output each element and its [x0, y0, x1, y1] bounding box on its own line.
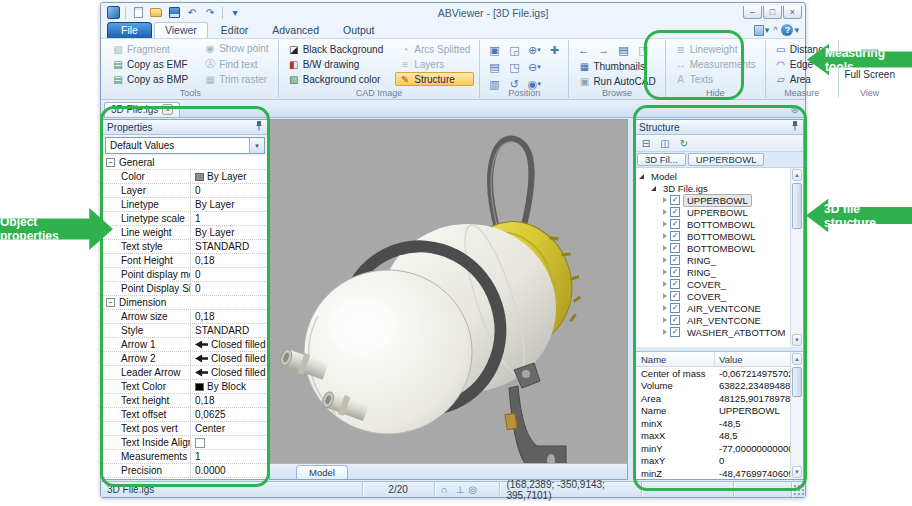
table-row[interactable]: Name UPPERBOWL: [635, 405, 790, 418]
table-row[interactable]: Center of mass -0,067214975702...: [635, 367, 790, 380]
back-icon[interactable]: ←: [574, 42, 592, 58]
scrollbar-thumb[interactable]: [792, 183, 802, 229]
expander-closed-icon[interactable]: [663, 281, 667, 287]
properties-preset-dropdown[interactable]: Default Values ▾: [105, 137, 265, 154]
value-column-header[interactable]: Value: [715, 354, 790, 365]
visibility-checkbox[interactable]: ✓: [670, 219, 680, 229]
expander-open-icon[interactable]: [639, 174, 644, 179]
property-row[interactable]: Text style STANDARD: [103, 240, 267, 254]
property-row[interactable]: Style STANDARD: [103, 324, 267, 338]
tree-item[interactable]: ✓ UPPERBOWL: [635, 206, 790, 218]
visibility-checkbox[interactable]: ✓: [670, 303, 680, 313]
property-row[interactable]: Leader Arrow Closed filled: [103, 366, 267, 380]
expander-closed-icon[interactable]: [663, 233, 667, 239]
copy-view-icon[interactable]: ▤: [485, 59, 503, 75]
tree-scrollbar[interactable]: ▲ ▼: [790, 168, 803, 347]
property-row[interactable]: Point Display Size 0: [103, 282, 267, 296]
zoom-out-icon[interactable]: ⊖▾: [525, 59, 543, 75]
save-button[interactable]: [166, 6, 182, 20]
expander-closed-icon[interactable]: [663, 197, 667, 203]
property-row[interactable]: Text pos vert Center: [103, 422, 267, 436]
ribbon-button[interactable]: ▣ Run AutoCAD: [574, 74, 659, 89]
model-layout-tab[interactable]: Model: [296, 465, 348, 479]
table-row[interactable]: Area 48125,9017897868: [635, 392, 790, 405]
tree-root-node[interactable]: Model: [635, 170, 790, 182]
pin-icon[interactable]: [255, 121, 263, 133]
property-row[interactable]: Linetype scale 1: [103, 212, 267, 226]
ribbon-button[interactable]: A Texts: [671, 72, 760, 86]
minimize-button[interactable]: –: [743, 6, 762, 19]
osnap-icon[interactable]: ∩: [441, 484, 448, 495]
resize-grip[interactable]: [792, 483, 805, 496]
scroll-down-icon[interactable]: ▼: [792, 334, 802, 346]
visibility-checkbox[interactable]: ✓: [670, 195, 680, 205]
property-row[interactable]: Linetype By Layer: [103, 198, 267, 212]
property-row[interactable]: Point display mode 0: [103, 268, 267, 282]
document-tab[interactable]: 3D File.igs ×: [104, 102, 180, 117]
split-horizontal-icon[interactable]: ⊟: [638, 136, 654, 150]
pan-icon[interactable]: ✚: [545, 42, 563, 58]
collapse-ribbon-button[interactable]: ^: [773, 25, 777, 35]
collapse-icon[interactable]: −: [106, 158, 115, 167]
ribbon-button[interactable]: ◉ Show point: [200, 42, 272, 56]
scroll-up-icon[interactable]: ▲: [792, 169, 802, 181]
tab-close-icon[interactable]: ×: [162, 104, 173, 115]
expander-open-icon[interactable]: [651, 186, 656, 191]
pin-icon[interactable]: [791, 121, 799, 133]
refresh-icon[interactable]: ↻: [676, 136, 692, 150]
visibility-checkbox[interactable]: ✓: [670, 327, 680, 337]
property-row[interactable]: Font Height 0,18: [103, 254, 267, 268]
table-row[interactable]: minX -48,5: [635, 417, 790, 430]
split-vertical-icon[interactable]: ◫: [657, 136, 673, 150]
structure-tab[interactable]: UPPERBOWL: [688, 153, 765, 166]
expander-closed-icon[interactable]: [663, 305, 667, 311]
visibility-checkbox[interactable]: ✓: [670, 243, 680, 253]
maximize-button[interactable]: □: [763, 6, 782, 19]
ribbon-button[interactable]: ◪ Black Background: [284, 42, 388, 56]
scroll-up-icon[interactable]: ▲: [792, 353, 802, 365]
tree-file-node[interactable]: 3D File.igs: [635, 182, 790, 194]
visibility-checkbox[interactable]: ✓: [670, 315, 680, 325]
visibility-checkbox[interactable]: ✓: [670, 267, 680, 277]
new-file-button[interactable]: [130, 6, 146, 20]
ribbon-button[interactable]: ▦ Thumbnails: [574, 59, 659, 74]
snap-marker-icon[interactable]: ◎: [468, 484, 477, 495]
property-row[interactable]: Arrow 2 Closed filled: [103, 352, 267, 366]
ortho-icon[interactable]: ⊥: [456, 484, 465, 495]
ribbon-button[interactable]: ▤ Copy as BMP: [108, 72, 192, 86]
table-row[interactable]: maxX 48,5: [635, 430, 790, 443]
ribbon-button[interactable]: ◧ B/W drawing: [284, 57, 388, 71]
ribbon-button[interactable]: ▧ Background color: [284, 72, 388, 86]
fit-to-window-icon[interactable]: ◳: [505, 59, 523, 75]
tree-item[interactable]: ✓ BOTTOMBOWL: [635, 218, 790, 230]
expander-closed-icon[interactable]: [663, 317, 667, 323]
tree-item[interactable]: ✓ BOTTOMBOWL: [635, 242, 790, 254]
property-row[interactable]: Text height 0,18: [103, 394, 267, 408]
ribbon-button[interactable]: ✎ Structure: [395, 72, 474, 86]
bookmark-icon[interactable]: ▤: [614, 42, 632, 58]
app-menu-button[interactable]: [105, 6, 121, 20]
ribbon-button[interactable]: ≣ Lineweight: [671, 42, 760, 56]
ribbon-button[interactable]: ▦ Trim raster: [200, 73, 272, 87]
help-button[interactable]: ?▾: [781, 24, 799, 36]
ribbon-tab[interactable]: Editor: [210, 22, 259, 38]
zoom-in-icon[interactable]: ⊕▾: [525, 42, 543, 58]
scroll-down-icon[interactable]: ▼: [792, 466, 802, 478]
property-row[interactable]: Layer 0: [103, 184, 267, 198]
drawing-viewport[interactable]: Model: [269, 119, 628, 480]
ribbon-tab[interactable]: Advanced: [261, 22, 330, 38]
zoom-window-icon[interactable]: ◲: [505, 42, 523, 58]
visibility-checkbox[interactable]: ✓: [670, 279, 680, 289]
property-row[interactable]: − General: [103, 156, 267, 170]
ribbon-button[interactable]: ▧ Fragment: [108, 42, 192, 56]
ribbon-button[interactable]: Ⓐ Find text: [200, 57, 272, 72]
property-row[interactable]: Arrow 1 Closed filled: [103, 338, 267, 352]
ribbon-button[interactable]: ↔ Measurements: [671, 57, 760, 71]
name-column-header[interactable]: Name: [635, 352, 715, 366]
ribbon-button[interactable]: ◔ Arcs Splitted: [395, 42, 474, 56]
ribbon-tab[interactable]: Output: [332, 22, 386, 38]
property-row[interactable]: Text Color By Block: [103, 380, 267, 394]
visibility-checkbox[interactable]: ✓: [670, 231, 680, 241]
tree-item[interactable]: ✓ RING_: [635, 266, 790, 278]
property-row[interactable]: Text Inside Align: [103, 436, 267, 450]
